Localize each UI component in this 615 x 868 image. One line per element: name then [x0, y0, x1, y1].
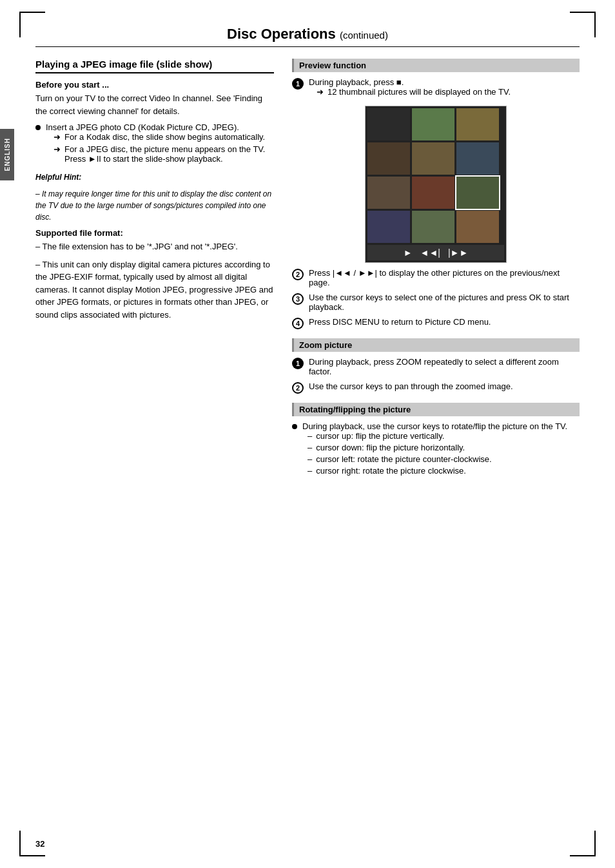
english-tab: English: [0, 129, 14, 180]
preview-step-4: 4 Press DISC MENU to return to Picture C…: [292, 317, 580, 329]
preview-step3-text: Use the cursor keys to select one of the…: [309, 293, 569, 312]
thumb-cell: [412, 177, 454, 209]
page-title: Disc Operations (continued): [35, 26, 580, 47]
zoom-step-2: 2 Use the cursor keys to pan through the…: [292, 381, 580, 394]
left-column: Playing a JPEG image file (slide show) B…: [35, 59, 274, 483]
zoom-step-num-1: 1: [292, 358, 304, 369]
right-column: Preview function 1 During playback, pres…: [292, 59, 580, 483]
arrow-item-2: ➜ For a JPEG disc, the picture menu appe…: [54, 144, 274, 164]
supported-format-line1: – The file extension has to be '*.JPG' a…: [35, 240, 274, 253]
helpful-hint-heading: Helpful Hint:: [35, 173, 81, 182]
thumb-cell: [367, 177, 410, 209]
rotating-bullet-dot: [292, 424, 297, 429]
thumb-cell: [456, 108, 499, 140]
step-num-1: 1: [292, 78, 304, 90]
dash-4: – cursor right: rotate the picture clock…: [308, 466, 567, 476]
thumb-play-icon: ►: [404, 247, 413, 258]
english-tab-label: English: [4, 138, 11, 171]
supported-format-line2: – This unit can only display digital cam…: [35, 258, 274, 322]
thumb-row-1: [367, 108, 504, 140]
page-title-text: Disc Operations: [227, 26, 336, 42]
arrow-sym-2: ➜: [54, 144, 61, 164]
dash-2: – cursor down: flip the picture horizont…: [308, 443, 567, 452]
bullet1-arrow1: For a Kodak disc, the slide show begins …: [64, 132, 265, 142]
zoom-section-header: Zoom picture: [292, 338, 580, 352]
page-number: 32: [35, 839, 44, 849]
preview-step-2: 2 Press |◄◄ / ►►| to display the other p…: [292, 268, 580, 287]
preview-step-1: 1 During playback, press ■. ➜ 12 thumbna…: [292, 77, 580, 99]
thumb-cell: [367, 142, 410, 175]
thumb-row-2: [367, 142, 504, 175]
thumb-prev-icon: ◄◄|: [420, 247, 440, 258]
bullet-item-jpeg: Insert a JPEG photo CD (Kodak Picture CD…: [35, 122, 274, 166]
before-you-start-text: Turn on your TV to the correct Video In …: [35, 92, 274, 117]
bullet-dot: [35, 125, 41, 130]
zoom-step1-text: During playback, press ZOOM repeatedly t…: [309, 357, 559, 376]
dash-1: – cursor up: flip the picture vertically…: [308, 431, 567, 441]
arrow-item-1: ➜ For a Kodak disc, the slide show begin…: [54, 132, 274, 142]
rotating-section-header: Rotating/flipping the picture: [292, 403, 580, 416]
preview-step-3: 3 Use the cursor keys to select one of t…: [292, 293, 580, 312]
thumb-cell: [456, 142, 499, 175]
page-title-continued: (continued): [340, 30, 388, 41]
step-num-4: 4: [292, 318, 304, 329]
dash-3: – cursor left: rotate the picture counte…: [308, 454, 567, 464]
zoom-step-1: 1 During playback, press ZOOM repeatedly…: [292, 357, 580, 376]
thumb-cell: [367, 211, 410, 243]
arrow-sym-1: ➜: [54, 132, 61, 142]
thumb-row-3: [367, 177, 504, 209]
preview-step4-text: Press DISC MENU to return to Picture CD …: [309, 317, 491, 327]
thumb-controls: ► ◄◄| |►►: [367, 245, 504, 260]
helpful-hint-text: – It may require longer time for this un…: [35, 188, 274, 223]
thumb-cell: [367, 108, 410, 140]
rotating-bullet-text: During playback, use the cursor keys to …: [302, 421, 567, 431]
thumb-cell: [412, 142, 454, 175]
bullet1-text: Insert a JPEG photo CD (Kodak Picture CD…: [46, 122, 239, 132]
zoom-step2-text: Use the cursor keys to pan through the z…: [309, 381, 513, 391]
thumb-cell: [412, 211, 454, 243]
zoom-step-num-2: 2: [292, 382, 304, 394]
step-num-3: 3: [292, 293, 304, 305]
preview-step1-text: During playback, press ■.: [309, 77, 404, 87]
helpful-hint: Helpful Hint: – It may require longer ti…: [35, 171, 274, 223]
preview-step1-arrow: ➜ 12 thumbnail pictures will be displaye…: [317, 87, 511, 97]
rotating-bullet: During playback, use the cursor keys to …: [292, 421, 580, 477]
thumbnail-grid: ► ◄◄| |►►: [365, 106, 507, 263]
thumb-cell: [412, 108, 454, 140]
preview-step2-text: Press |◄◄ / ►►| to display the other pic…: [309, 268, 560, 287]
supported-format-heading: Supported file format:: [35, 228, 274, 238]
thumb-cell-selected: [456, 177, 499, 209]
thumb-row-4: [367, 211, 504, 243]
left-section-title: Playing a JPEG image file (slide show): [35, 59, 274, 73]
step-num-2: 2: [292, 269, 304, 280]
preview-section-header: Preview function: [292, 59, 580, 72]
before-you-start-heading: Before you start ...: [35, 80, 274, 90]
thumb-next-icon: |►►: [448, 247, 468, 258]
bullet1-arrow2: For a JPEG disc, the picture menu appear…: [64, 144, 274, 164]
thumb-cell: [456, 211, 499, 243]
